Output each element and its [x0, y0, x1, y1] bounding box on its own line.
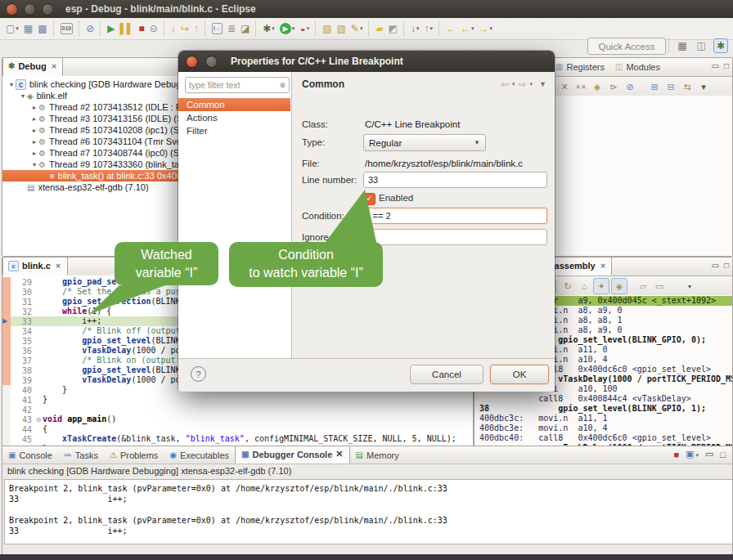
maximize-icon[interactable]: □: [724, 261, 729, 270]
expander-icon[interactable]: ▾: [30, 161, 38, 168]
forward-icon[interactable]: →▾: [478, 20, 495, 37]
chevron-down-icon[interactable]: ▾: [512, 81, 515, 87]
filter-input[interactable]: type filter text ⊗: [185, 77, 290, 93]
dialog-close-button[interactable]: [186, 56, 198, 68]
close-icon[interactable]: ✕: [335, 449, 343, 459]
condition-field[interactable]: [363, 208, 547, 224]
console-output[interactable]: Breakpoint 2, blink_task (pvParameter=0x…: [4, 479, 733, 544]
dialog-minimize-button[interactable]: [205, 56, 218, 68]
expander-icon[interactable]: ▸: [30, 127, 38, 134]
minimize-icon[interactable]: ▭: [712, 61, 719, 70]
expander-icon[interactable]: ▾: [19, 92, 27, 100]
dialog-nav-item-filter[interactable]: Filter: [178, 124, 290, 137]
tab-executables[interactable]: ◉Executables: [164, 446, 235, 464]
skip-all-breakpoints-icon[interactable]: ⊘: [84, 20, 96, 37]
suspend-icon[interactable]: ▌▌: [119, 20, 136, 37]
annotation-ruler[interactable]: [2, 356, 11, 365]
window-minimize-button[interactable]: [24, 3, 36, 16]
annotation-ruler[interactable]: [2, 336, 11, 346]
expander-icon[interactable]: ▸: [30, 104, 38, 111]
dialog-nav-list[interactable]: CommonActionsFilter: [178, 98, 290, 137]
line-number-field[interactable]: [363, 172, 547, 188]
expander-icon[interactable]: ▸: [30, 115, 38, 123]
enabled-checkbox[interactable]: ✓: [363, 193, 375, 205]
forward-icon[interactable]: ⇨: [519, 78, 527, 90]
maximize-icon[interactable]: □: [724, 61, 729, 70]
refresh-view-icon[interactable]: ↻: [560, 279, 575, 293]
minimize-icon[interactable]: ▭: [705, 449, 713, 459]
dialog-nav-item-actions[interactable]: Actions: [178, 111, 290, 124]
ignore-count-field[interactable]: [363, 229, 547, 245]
go-to-file-icon[interactable]: ⊳: [606, 79, 621, 94]
quick-access-button[interactable]: Quick Access: [587, 38, 666, 55]
disconnect-icon[interactable]: ⊝: [148, 20, 160, 37]
show-debug-elements-icon[interactable]: ≣: [226, 20, 237, 37]
tab-memory[interactable]: ▤Memory: [350, 446, 405, 464]
view-menu-icon[interactable]: ▾: [696, 79, 711, 94]
minimize-icon[interactable]: ▭: [712, 261, 719, 270]
help-icon[interactable]: ?: [191, 366, 206, 382]
next-annotation-icon[interactable]: ↓▾: [409, 20, 421, 37]
close-icon[interactable]: ✕: [56, 262, 61, 270]
remove-breakpoint-icon[interactable]: ✕: [557, 79, 572, 94]
skip-all-icon[interactable]: ⊘: [623, 79, 637, 94]
tab-blink-c[interactable]: c blink.c ✕: [2, 257, 68, 276]
tab-problems[interactable]: ⚠Problems: [104, 446, 164, 464]
expander-icon[interactable]: ▾: [7, 81, 16, 88]
annotation-ruler[interactable]: [2, 414, 11, 424]
new-wizard-icon[interactable]: ▢▾: [4, 20, 20, 37]
open-perspective-button[interactable]: ▦: [675, 39, 689, 52]
back-icon[interactable]: ←▾: [459, 20, 476, 37]
debug-perspective-button[interactable]: ✱: [713, 38, 728, 53]
display-selected-console-icon[interactable]: ▣ ▾: [686, 449, 699, 459]
home-icon[interactable]: ⌂: [577, 279, 591, 293]
step-into-icon[interactable]: ↓: [169, 20, 178, 37]
fold-icon[interactable]: ⊖: [34, 416, 43, 423]
dialog-nav-item-common[interactable]: Common: [178, 98, 290, 111]
run-icon[interactable]: ▶▾: [278, 20, 297, 37]
tab-console[interactable]: ▣Console: [2, 446, 58, 464]
external-tools-icon[interactable]: ◒▾: [298, 20, 311, 37]
annotation-ruler[interactable]: [2, 405, 11, 414]
view-menu-icon[interactable]: ▾: [682, 279, 697, 293]
show-breakpoints-for-target-icon[interactable]: ◈: [590, 79, 605, 94]
instruction-stepping-icon[interactable]: i→: [210, 20, 224, 37]
close-icon[interactable]: ✕: [600, 262, 606, 270]
annotation-ruler[interactable]: [2, 395, 11, 405]
annotation-ruler[interactable]: [2, 307, 11, 316]
maximize-icon[interactable]: □: [720, 450, 726, 459]
step-over-icon[interactable]: ↪: [179, 20, 191, 37]
expander-icon[interactable]: ▸: [30, 138, 38, 146]
annotation-ruler[interactable]: [2, 365, 11, 375]
window-maximize-button[interactable]: [42, 3, 54, 16]
terminate-console-icon[interactable]: ■: [673, 450, 679, 459]
collapse-all-icon[interactable]: ⊟: [663, 79, 678, 94]
annotation-ruler[interactable]: [2, 297, 11, 307]
annotation-ruler[interactable]: [2, 346, 11, 356]
expand-all-icon[interactable]: ⊞: [647, 79, 662, 94]
breakpoint-pointer-icon[interactable]: ▶: [2, 317, 7, 325]
resume-icon[interactable]: ▶: [106, 20, 116, 37]
ok-button[interactable]: OK: [490, 365, 549, 384]
new-cpp-item-icon[interactable]: ▨: [321, 20, 333, 37]
highlighter-icon[interactable]: ▰: [374, 20, 384, 37]
flash-icon[interactable]: ✎▾: [349, 20, 365, 37]
cpp-perspective-button[interactable]: ◫: [695, 39, 708, 52]
annotation-ruler[interactable]: [2, 287, 11, 297]
back-icon[interactable]: ⇦: [501, 78, 509, 90]
expander-icon[interactable]: ▸: [30, 150, 38, 157]
open-element-icon[interactable]: ▧: [335, 20, 347, 37]
debug-icon[interactable]: ✱▾: [261, 20, 277, 37]
cancel-button[interactable]: Cancel: [410, 365, 483, 384]
remove-all-breakpoints-icon[interactable]: ✕✕: [573, 79, 588, 94]
annotation-ruler[interactable]: [2, 385, 11, 395]
show-source-icon[interactable]: ✦: [593, 278, 609, 294]
window-close-button[interactable]: [6, 3, 18, 16]
track-expression-icon[interactable]: ◈: [611, 278, 627, 294]
chevron-down-icon[interactable]: ▾: [530, 81, 533, 87]
save-icon[interactable]: ▦: [22, 20, 34, 37]
link-with-debug-icon[interactable]: ⇆: [680, 79, 695, 94]
menu-icon[interactable]: ▼: [539, 80, 546, 88]
annotation-ruler[interactable]: [2, 277, 11, 287]
annotation-ruler[interactable]: [2, 375, 11, 385]
